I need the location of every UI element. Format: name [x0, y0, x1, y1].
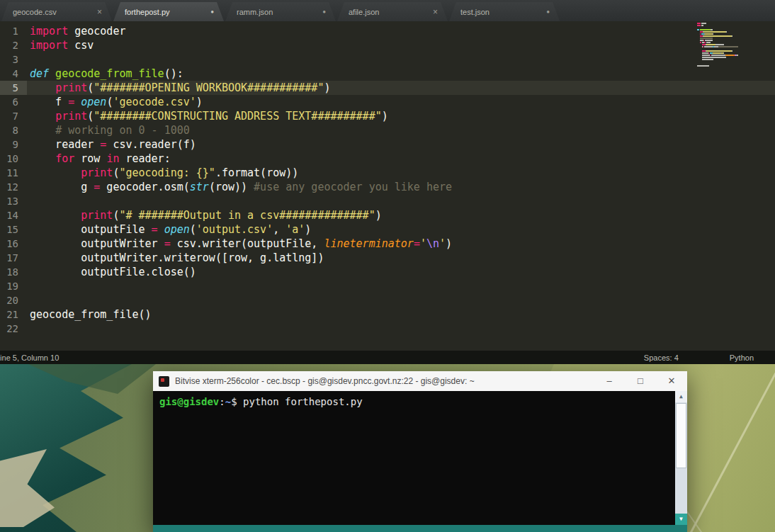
minimap-line: [697, 44, 771, 45]
code-token: ): [196, 96, 203, 108]
code-token: [30, 166, 81, 179]
code-token: ': [439, 237, 446, 250]
code-line[interactable]: 22: [0, 322, 775, 336]
code-token: "########CONSTRUCTING ADDRESS TEXT######…: [94, 110, 381, 123]
close-button[interactable]: ✕: [656, 371, 687, 391]
code-token: 'geocode.csv': [113, 96, 196, 108]
code-token: open: [81, 96, 106, 108]
code-line[interactable]: 1import geocoder: [0, 24, 775, 38]
syntax-mode[interactable]: Python: [730, 353, 754, 362]
scroll-thumb[interactable]: [676, 403, 686, 468]
prompt-token: $: [231, 396, 243, 407]
minimap-line: [697, 38, 771, 39]
code-token: ,: [273, 223, 285, 236]
code-token: ): [375, 209, 382, 222]
code-token: =: [94, 181, 100, 193]
minimap-line: [697, 33, 771, 35]
code-line[interactable]: 17 outputWriter.writerow([row, g.latlng]…: [0, 251, 775, 265]
code-line[interactable]: 13: [0, 194, 775, 208]
tab-geocode-csv[interactable]: geocode.csv ×: [1, 2, 112, 21]
code-line[interactable]: 21geocode_from_file(): [0, 307, 775, 322]
minimap[interactable]: [697, 23, 771, 69]
code-text: reader = csv.reader(f): [27, 137, 196, 152]
tab-close-icon[interactable]: ×: [433, 7, 438, 17]
tab-test-json[interactable]: test.json ●: [449, 2, 560, 21]
minimap-line: [697, 57, 771, 58]
line-number: 3: [0, 52, 27, 67]
code-token: =: [152, 223, 158, 236]
code-area[interactable]: 1import geocoder2import csv34def geocode…: [0, 21, 775, 351]
code-token: (row)): [209, 181, 254, 193]
terminal-titlebar[interactable]: Bitvise xterm-256color - cec.bscp - gis@…: [153, 371, 687, 391]
code-token: [30, 209, 81, 222]
scroll-up-icon[interactable]: ▲: [675, 391, 687, 402]
status-bar: Line 5, Column 10 Spaces: 4 Python: [0, 351, 775, 364]
tab-modified-icon[interactable]: ●: [322, 9, 326, 15]
code-line[interactable]: 12 g = geocoder.osm(str(row)) #use any g…: [0, 180, 775, 194]
code-line[interactable]: 7 print("########CONSTRUCTING ADDRESS TE…: [0, 109, 775, 123]
code-line[interactable]: 19: [0, 279, 775, 293]
code-line[interactable]: 6 f = open('geocode.csv'): [0, 95, 775, 109]
code-line[interactable]: 5 print("#######OPENING WORKBOOK########…: [0, 81, 775, 95]
cursor-position: Line 5, Column 10: [0, 353, 59, 362]
code-token: "# #######Output in a csv##############": [119, 209, 375, 222]
tab-ramm-json[interactable]: ramm.json ●: [225, 2, 336, 21]
code-token: [158, 223, 164, 236]
code-line[interactable]: 10 for row in reader:: [0, 152, 775, 166]
code-line[interactable]: 16 outputWriter = csv.writer(outputFile,…: [0, 237, 775, 251]
code-token: (: [87, 81, 94, 94]
terminal-bottom-strip: [153, 525, 687, 532]
code-token: ): [446, 237, 452, 250]
tab-bar: geocode.csv × forthepost.py ● ramm.json …: [0, 0, 775, 21]
code-line[interactable]: 18 outputFile.close(): [0, 265, 775, 279]
terminal-body[interactable]: gis@gisdev:~$ python forthepost.py ▲ ▼: [153, 391, 687, 525]
terminal-scrollbar[interactable]: ▲ ▼: [675, 391, 687, 525]
code-token: .format(row)): [215, 166, 298, 179]
code-text: [27, 322, 30, 336]
code-line[interactable]: 4def geocode_from_file():: [0, 67, 775, 81]
scroll-down-icon[interactable]: ▼: [675, 514, 687, 525]
code-token: str: [190, 181, 209, 193]
minimize-button[interactable]: –: [594, 371, 625, 391]
code-token: outputWriter.writerow([row, g.latlng]): [30, 251, 324, 264]
code-line[interactable]: 3: [0, 52, 775, 67]
code-text: outputWriter.writerow([row, g.latlng]): [27, 251, 324, 265]
line-number: 5: [0, 81, 27, 95]
code-line[interactable]: 11 print("geocoding: {}".format(row)): [0, 166, 775, 180]
code-line[interactable]: 15 outputFile = open('output.csv', 'a'): [0, 222, 775, 237]
minimap-line: [697, 29, 771, 30]
minimap-line: [697, 61, 771, 62]
tab-forthepost-py[interactable]: forthepost.py ●: [113, 2, 224, 21]
code-token: [30, 124, 55, 137]
maximize-button[interactable]: □: [625, 371, 656, 391]
code-text: outputWriter = csv.writer(outputFile, li…: [27, 237, 452, 251]
code-text: import geocoder: [27, 24, 125, 38]
minimap-line: [697, 59, 771, 60]
code-line[interactable]: 14 print("# #######Output in a csv######…: [0, 208, 775, 222]
code-text: def geocode_from_file():: [27, 67, 183, 81]
code-token: =: [164, 237, 171, 250]
tab-close-icon[interactable]: ×: [97, 7, 102, 17]
tab-afile-json[interactable]: afile.json ×: [337, 2, 448, 21]
prompt-line: gis@gisdev:~$ python forthepost.py: [159, 396, 669, 407]
minimap-line: [697, 25, 771, 26]
code-line[interactable]: 8 # working on 0 - 1000: [0, 123, 775, 137]
indent-setting[interactable]: Spaces: 4: [644, 353, 679, 362]
minimap-line: [697, 55, 771, 56]
code-token: for: [55, 152, 74, 165]
tab-modified-icon[interactable]: ●: [546, 9, 550, 15]
code-token: geocoder: [68, 25, 125, 38]
line-number: 15: [0, 222, 27, 237]
minimap-line: [697, 40, 771, 41]
code-line[interactable]: 2import csv: [0, 38, 775, 52]
code-line[interactable]: 9 reader = csv.reader(f): [0, 137, 775, 152]
tab-label: geocode.csv: [13, 8, 57, 16]
code-token: 'a': [285, 223, 305, 236]
code-text: [27, 279, 30, 293]
code-text: print("geocoding: {}".format(row)): [27, 166, 298, 180]
code-text: for row in reader:: [27, 152, 171, 166]
code-line[interactable]: 20: [0, 293, 775, 307]
tab-modified-icon[interactable]: ●: [210, 9, 214, 15]
line-number: 18: [0, 265, 27, 279]
tab-label: afile.json: [349, 8, 379, 16]
